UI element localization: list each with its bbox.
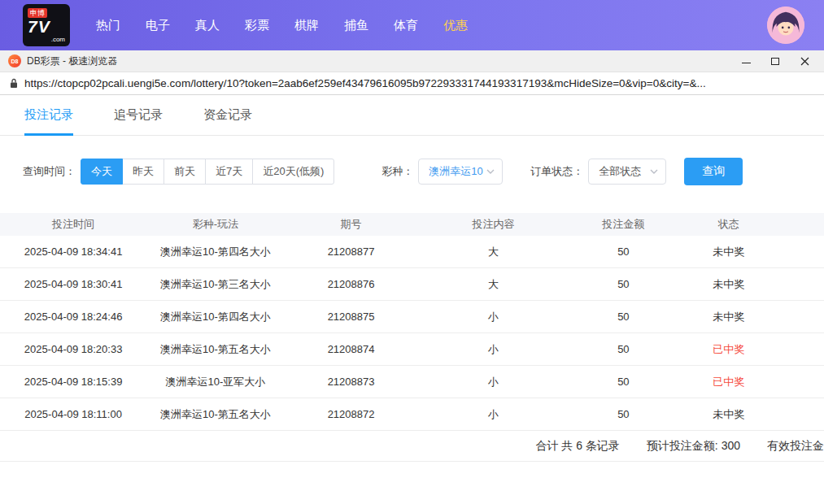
bet-content: 小 (417, 407, 569, 422)
bet-amount: 50 (569, 311, 678, 323)
table-row: 2025-04-09 18:34:41 澳洲幸运10-第四名大小 2120887… (0, 236, 824, 268)
maximize-icon (771, 58, 779, 65)
bet-time: 2025-04-09 18:15:39 (0, 376, 146, 388)
bet-time: 2025-04-09 18:11:00 (0, 408, 146, 420)
lottery-select[interactable]: 澳洲幸运10 (418, 159, 503, 185)
col-header-status: 状态 (678, 217, 779, 232)
table-row: 2025-04-09 18:20:33 澳洲幸运10-第五名大小 2120887… (0, 333, 824, 366)
avatar-illustration (767, 7, 804, 44)
time-filter-group: 今天 昨天 前天 近7天 近20天(低频) (81, 159, 334, 185)
bet-amount: 50 (569, 278, 678, 290)
status-cell: 未中奖 (678, 277, 779, 292)
bet-records-table: 投注时间 彩种-玩法 期号 投注内容 投注金额 状态 2025-04-09 18… (0, 213, 824, 462)
col-header-amount: 投注金额 (569, 217, 678, 232)
filter-last-7-days[interactable]: 近7天 (205, 159, 253, 185)
filter-day-before[interactable]: 前天 (163, 159, 206, 185)
col-header-content: 投注内容 (417, 217, 569, 232)
bet-issue: 21208874 (285, 343, 418, 355)
query-button[interactable]: 查询 (684, 158, 743, 185)
close-button[interactable] (790, 50, 819, 72)
chevron-down-icon (650, 169, 658, 174)
bet-time: 2025-04-09 18:20:33 (0, 343, 146, 355)
status-cell: 未中奖 (678, 407, 779, 422)
tab-chase-records[interactable]: 追号记录 (114, 95, 163, 135)
bet-amount: 50 (569, 376, 678, 388)
filter-bar: 查询时间： 今天 昨天 前天 近7天 近20天(低频) 彩种： 澳洲幸运10 订… (0, 158, 824, 185)
window-title: DB彩票 - 极速浏览器 (27, 54, 117, 68)
col-header-issue: 期号 (285, 217, 418, 232)
bet-content: 小 (417, 375, 569, 389)
bet-issue: 21208877 (285, 245, 418, 258)
nav-item-lottery[interactable]: 彩票 (245, 18, 269, 33)
lottery-records-page: 投注记录 追号记录 资金记录 查询时间： 今天 昨天 前天 近7天 近20天(低… (0, 95, 824, 462)
status-cell: 已中奖 (678, 375, 779, 389)
nav-item-hot[interactable]: 热门 (96, 18, 120, 33)
tab-bet-records[interactable]: 投注记录 (24, 95, 73, 135)
bet-amount: 50 (569, 245, 678, 258)
ssl-lock-icon (10, 78, 18, 89)
bet-content: 大 (417, 277, 569, 292)
maximize-button[interactable] (761, 50, 790, 72)
site-logo[interactable]: 申博 7V .com (23, 4, 70, 46)
order-status-value: 全部状态 (599, 164, 641, 179)
tab-fund-records[interactable]: 资金记录 (203, 95, 252, 135)
bet-issue: 21208873 (285, 376, 418, 388)
bet-game: 澳洲幸运10-第四名大小 (146, 245, 285, 259)
status-cell: 未中奖 (678, 245, 779, 259)
nav-item-live[interactable]: 真人 (195, 18, 220, 33)
site-menu: 热门 电子 真人 彩票 棋牌 捕鱼 体育 优惠 (96, 18, 468, 33)
bet-amount: 50 (569, 343, 678, 355)
status-cell: 已中奖 (678, 342, 779, 357)
nav-item-slots[interactable]: 电子 (146, 18, 170, 33)
bet-time: 2025-04-09 18:24:46 (0, 311, 146, 323)
lottery-select-value: 澳洲幸运10 (429, 164, 482, 179)
bet-issue: 21208876 (285, 278, 418, 290)
logo-text: 7V (28, 18, 65, 36)
screen: 申博 7V .com 热门 电子 真人 彩票 棋牌 捕鱼 体育 优惠 (0, 0, 824, 504)
order-status-select[interactable]: 全部状态 (588, 159, 666, 185)
table-summary: 合计 共 6 条记录 预计投注金额: 300 有效投注金 (0, 431, 824, 462)
summary-valid-amount: 有效投注金 (767, 439, 824, 454)
bet-game: 澳洲幸运10-亚军大小 (146, 375, 285, 389)
table-header-row: 投注时间 彩种-玩法 期号 投注内容 投注金额 状态 (0, 213, 824, 236)
order-status-label: 订单状态： (530, 164, 583, 179)
summary-expected-amount: 预计投注金额: 300 (647, 439, 740, 454)
nav-item-board-games[interactable]: 棋牌 (294, 18, 319, 33)
address-bar[interactable]: https://ctopcp02pcali.uengi5e.com/lotter… (0, 72, 824, 95)
table-row: 2025-04-09 18:15:39 澳洲幸运10-亚军大小 21208873… (0, 366, 824, 398)
filter-last-20-days[interactable]: 近20天(低频) (252, 159, 334, 185)
nav-item-promotions[interactable]: 优惠 (443, 18, 468, 33)
bet-game: 澳洲幸运10-第三名大小 (146, 277, 285, 292)
bet-amount: 50 (569, 408, 678, 420)
nav-item-fishing[interactable]: 捕鱼 (344, 18, 368, 33)
time-filter-label: 查询时间： (23, 164, 76, 179)
logo-domain: .com (51, 36, 65, 43)
bet-issue: 21208872 (285, 408, 418, 420)
minimize-icon (742, 63, 751, 63)
bet-time: 2025-04-09 18:34:41 (0, 245, 146, 258)
user-avatar[interactable] (767, 7, 804, 44)
window-controls (731, 50, 819, 72)
col-header-game: 彩种-玩法 (146, 217, 285, 232)
bet-issue: 21208875 (285, 311, 418, 323)
minimize-button[interactable] (731, 50, 761, 72)
bet-game: 澳洲幸运10-第五名大小 (146, 342, 285, 357)
bet-game: 澳洲幸运10-第四名大小 (146, 310, 285, 324)
table-row: 2025-04-09 18:24:46 澳洲幸运10-第四名大小 2120887… (0, 301, 824, 333)
logo-badge: 申博 (28, 8, 47, 18)
table-row: 2025-04-09 18:11:00 澳洲幸运10-第五名大小 2120887… (0, 398, 824, 431)
filter-today[interactable]: 今天 (81, 159, 123, 185)
record-tabs: 投注记录 追号记录 资金记录 (0, 95, 824, 136)
table-row: 2025-04-09 18:30:41 澳洲幸运10-第三名大小 2120887… (0, 268, 824, 301)
url-text: https://ctopcp02pcali.uengi5e.com/lotter… (24, 77, 706, 89)
filter-yesterday[interactable]: 昨天 (122, 159, 164, 185)
browser-favicon: D8 (8, 54, 21, 67)
col-header-time: 投注时间 (0, 217, 146, 232)
close-icon (800, 57, 809, 66)
nav-item-sports[interactable]: 体育 (394, 18, 418, 33)
browser-titlebar: D8 DB彩票 - 极速浏览器 (0, 50, 824, 72)
bet-content: 小 (417, 342, 569, 357)
bet-game: 澳洲幸运10-第五名大小 (146, 407, 285, 422)
bet-time: 2025-04-09 18:30:41 (0, 278, 146, 290)
bet-content: 小 (417, 310, 569, 324)
